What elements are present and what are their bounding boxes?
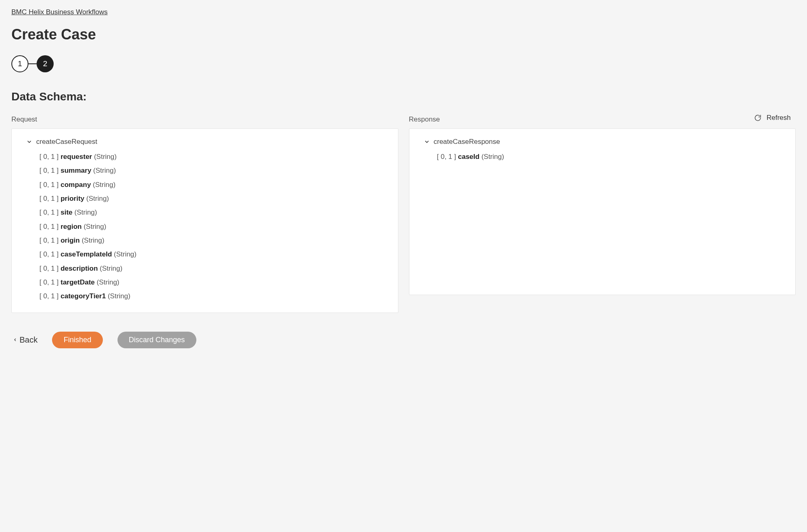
field-type: (String) [479,153,504,161]
response-panel: createCaseResponse [ 0, 1 ] caseId (Stri… [409,128,796,295]
field-cardinality: [ 0, 1 ] [39,265,61,272]
back-label: Back [20,335,37,345]
schema-field: [ 0, 1 ] priority (String) [39,192,387,206]
schema-field: [ 0, 1 ] requester (String) [39,150,387,164]
field-cardinality: [ 0, 1 ] [39,250,61,258]
chevron-down-icon [424,139,430,145]
field-cardinality: [ 0, 1 ] [39,278,61,286]
field-type: (String) [106,292,130,300]
schema-field: [ 0, 1 ] categoryTier1 (String) [39,289,387,303]
field-name: description [61,265,98,272]
refresh-button[interactable]: Refresh [11,114,796,122]
field-type: (String) [92,153,116,161]
field-name: caseId [458,153,479,161]
field-type: (String) [91,181,115,189]
field-type: (String) [72,208,97,216]
chevron-left-icon [13,337,17,342]
field-cardinality: [ 0, 1 ] [437,153,458,161]
field-cardinality: [ 0, 1 ] [39,195,61,202]
field-cardinality: [ 0, 1 ] [39,223,61,230]
field-type: (String) [95,278,119,286]
schema-field: [ 0, 1 ] origin (String) [39,234,387,248]
field-cardinality: [ 0, 1 ] [39,153,61,161]
field-name: targetDate [61,278,95,286]
refresh-label: Refresh [766,114,791,122]
request-panel: createCaseRequest [ 0, 1 ] requester (St… [11,128,398,313]
schema-field: [ 0, 1 ] region (String) [39,220,387,234]
field-cardinality: [ 0, 1 ] [39,208,61,216]
stepper: 1 2 [11,55,796,72]
finished-button[interactable]: Finished [52,332,102,348]
field-name: summary [61,167,91,174]
field-name: origin [61,237,80,244]
request-root-label: createCaseRequest [36,138,97,146]
schema-field: [ 0, 1 ] company (String) [39,178,387,192]
field-cardinality: [ 0, 1 ] [39,292,61,300]
field-name: priority [61,195,85,202]
step-1[interactable]: 1 [11,55,28,72]
back-button[interactable]: Back [13,335,37,345]
field-cardinality: [ 0, 1 ] [39,181,61,189]
schema-field: [ 0, 1 ] caseTemplateId (String) [39,248,387,261]
field-name: categoryTier1 [61,292,106,300]
field-type: (String) [112,250,136,258]
schema-field: [ 0, 1 ] description (String) [39,262,387,276]
schema-field: [ 0, 1 ] site (String) [39,206,387,219]
field-name: requester [61,153,92,161]
field-name: caseTemplateId [61,250,112,258]
field-type: (String) [91,167,116,174]
breadcrumb[interactable]: BMC Helix Business Workflows [11,8,108,16]
step-2[interactable]: 2 [37,55,54,72]
field-type: (String) [85,195,109,202]
field-name: company [61,181,91,189]
page-title: Create Case [11,26,796,43]
field-name: site [61,208,72,216]
section-heading: Data Schema: [11,90,796,103]
field-name: region [61,223,82,230]
field-cardinality: [ 0, 1 ] [39,237,61,244]
schema-field: [ 0, 1 ] caseId (String) [437,150,784,164]
step-connector [28,63,37,64]
field-cardinality: [ 0, 1 ] [39,167,61,174]
field-type: (String) [98,265,122,272]
request-root-toggle[interactable]: createCaseRequest [26,138,387,146]
schema-field: [ 0, 1 ] summary (String) [39,164,387,178]
response-root-toggle[interactable]: createCaseResponse [424,138,784,146]
chevron-down-icon [26,139,32,145]
discard-changes-button[interactable]: Discard Changes [117,332,196,348]
schema-field: [ 0, 1 ] targetDate (String) [39,276,387,289]
field-type: (String) [82,223,106,230]
response-root-label: createCaseResponse [434,138,500,146]
refresh-icon [754,114,761,122]
field-type: (String) [80,237,104,244]
